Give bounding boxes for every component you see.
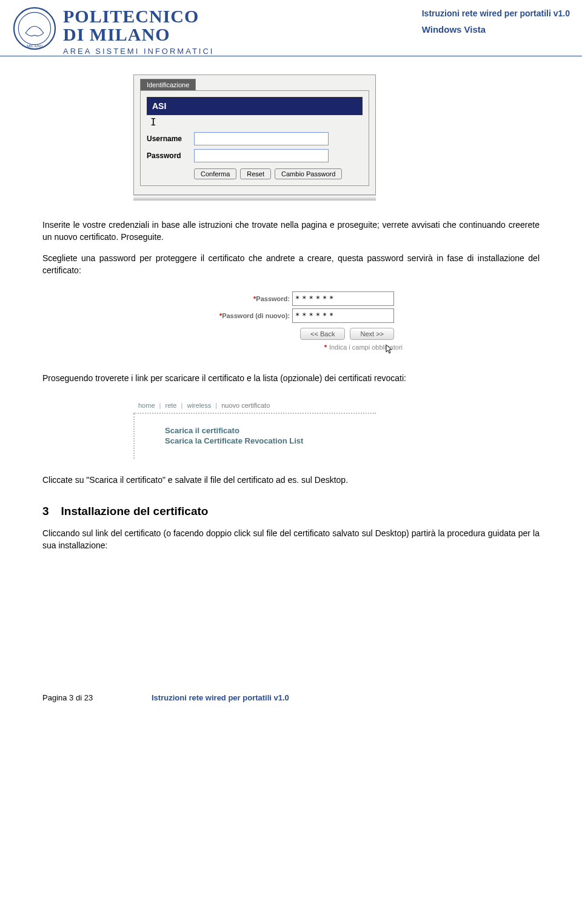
paragraph-2: Scegliete una password per proteggere il…	[42, 252, 540, 277]
svg-point-1	[18, 12, 50, 44]
section-heading: 3Installazione del certificato	[42, 505, 540, 518]
breadcrumb: home | rete | wireless | nuovo certifica…	[133, 399, 376, 414]
section-title: Installazione del certificato	[61, 505, 209, 517]
institution-logo-block: MILANO POLITECNICO DI MILANO AREA SISTEM…	[12, 6, 214, 56]
institution-name-line1: POLITECNICO	[63, 6, 214, 27]
download-crl-link[interactable]: Scarica la Certificate Revocation List	[165, 436, 376, 445]
username-input[interactable]	[194, 132, 329, 145]
crumb-current: nuovo certificato	[221, 402, 270, 409]
next-button[interactable]: Next >>	[350, 328, 394, 340]
confirm-button[interactable]: Conferma	[194, 168, 236, 179]
document-header: MILANO POLITECNICO DI MILANO AREA SISTEM…	[0, 0, 582, 56]
login-screenshot: Identificazione ASI I Username Password …	[133, 75, 376, 201]
download-certificate-link[interactable]: Scarica il certificato	[165, 426, 376, 435]
reset-button[interactable]: Reset	[240, 168, 271, 179]
asi-label: AREA SISTEMI INFORMATICI	[63, 47, 214, 56]
crumb-wireless[interactable]: wireless	[187, 402, 211, 409]
paragraph-5: Cliccando sul link del certificato (o fa…	[42, 527, 540, 552]
paragraph-3: Proseguendo troverete i link per scarica…	[42, 372, 540, 384]
svg-text:MILANO: MILANO	[27, 44, 43, 48]
asi-bar: ASI	[147, 97, 363, 115]
doc-title: Istruzioni rete wired per portatili v1.0	[422, 8, 570, 18]
back-button[interactable]: << Back	[300, 328, 345, 340]
identificazione-tab[interactable]: Identificazione	[140, 79, 196, 90]
paragraph-1: Inserite le vostre credenziali in base a…	[42, 219, 540, 244]
password-input[interactable]	[194, 149, 329, 162]
cert-password-label: Password:	[256, 295, 290, 302]
crumb-rete[interactable]: rete	[166, 402, 177, 409]
username-label: Username	[147, 135, 194, 143]
footer-title: Istruzioni rete wired per portatili v1.0	[152, 693, 289, 702]
doc-subtitle: Windows Vista	[422, 24, 570, 35]
password-screenshot: * Password: * Password (di nuovo): << Ba…	[133, 291, 394, 357]
text-caret-icon: I	[147, 115, 363, 128]
polimi-seal-icon: MILANO	[12, 6, 57, 51]
section-number: 3	[42, 505, 49, 517]
change-password-button[interactable]: Cambio Password	[275, 168, 342, 179]
svg-point-0	[14, 8, 55, 49]
cert-password-repeat-input[interactable]	[292, 308, 394, 323]
crumb-home[interactable]: home	[138, 402, 155, 409]
paragraph-4: Cliccate su "Scarica il certificato" e s…	[42, 474, 540, 486]
cursor-arrow-icon	[384, 344, 394, 357]
institution-name-line2: DI MILANO	[63, 24, 214, 45]
cert-password-repeat-label: Password (di nuovo):	[222, 312, 290, 319]
download-links-screenshot: home | rete | wireless | nuovo certifica…	[133, 399, 376, 459]
cert-password-input[interactable]	[292, 291, 394, 306]
page-number: Pagina 3 di 23	[42, 693, 152, 702]
password-label: Password	[147, 151, 194, 160]
page-footer: Pagina 3 di 23 Istruzioni rete wired per…	[0, 560, 582, 714]
required-asterisk: *	[324, 344, 327, 357]
